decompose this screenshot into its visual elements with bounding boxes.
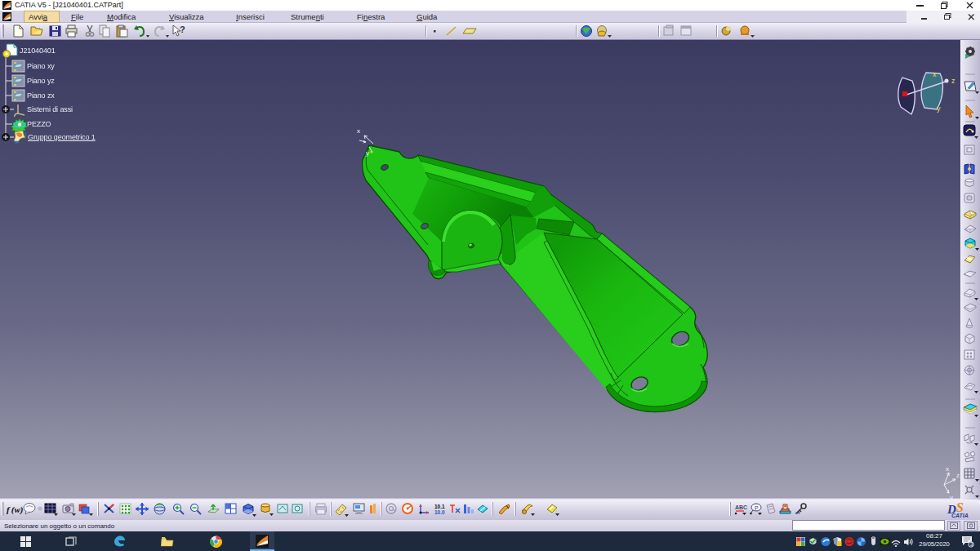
- svg-text:3: 3: [970, 541, 973, 547]
- svg-text:?: ?: [180, 24, 185, 34]
- svg-text:f (w): f (w): [7, 504, 24, 515]
- svg-text:P: P: [755, 505, 759, 511]
- svg-text:10.0: 10.0: [434, 509, 445, 515]
- svg-text:10.1: 10.1: [434, 504, 445, 509]
- svg-text:ABC: ABC: [735, 504, 747, 510]
- svg-text:CATIA: CATIA: [951, 513, 969, 518]
